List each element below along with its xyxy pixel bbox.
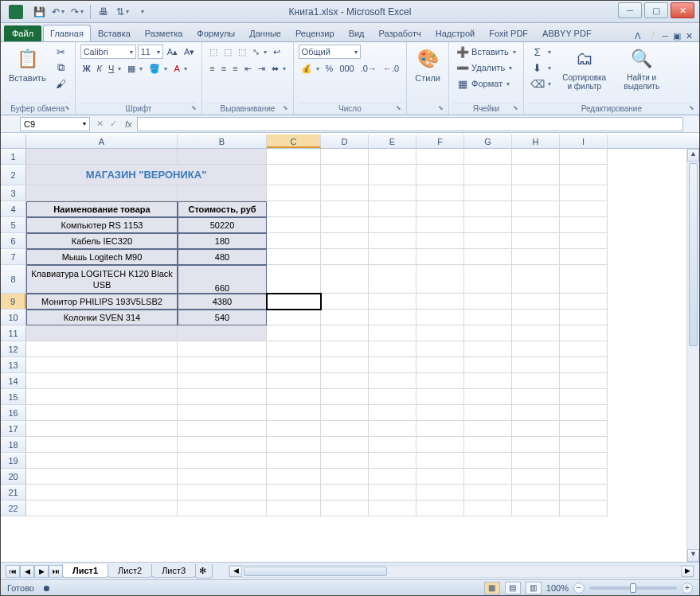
align-bottom-button[interactable]: ⬚ xyxy=(236,45,248,59)
cell-D15[interactable] xyxy=(321,389,369,405)
maximize-button[interactable]: ▢ xyxy=(644,2,668,18)
tab-abbyy[interactable]: ABBYY PDF xyxy=(535,25,599,41)
cell-I4[interactable] xyxy=(560,201,608,217)
cell-A18[interactable] xyxy=(26,437,178,453)
cell-B18[interactable] xyxy=(178,437,267,453)
orientation-button[interactable]: ⤡ xyxy=(250,45,269,59)
cell-C5[interactable] xyxy=(267,217,321,233)
cell-I19[interactable] xyxy=(560,453,608,469)
cell-B19[interactable] xyxy=(178,453,267,469)
cell-C18[interactable] xyxy=(267,437,321,453)
bold-button[interactable]: Ж xyxy=(80,61,93,76)
col-header-I[interactable]: I xyxy=(560,134,608,148)
copy-button[interactable]: ⧉ xyxy=(53,60,70,75)
cell-E10[interactable] xyxy=(369,310,416,325)
close-button[interactable]: ✕ xyxy=(671,2,694,18)
cell-A9[interactable]: Монитор PHILIPS 193V5LSB2 xyxy=(26,294,178,310)
currency-button[interactable]: 💰 xyxy=(299,61,322,76)
col-header-D[interactable]: D xyxy=(321,134,369,148)
zoom-out-button[interactable]: − xyxy=(573,582,585,594)
cell-C19[interactable] xyxy=(267,453,321,469)
cell-I8[interactable] xyxy=(560,265,608,294)
cell-A4[interactable]: Наименование товара xyxy=(26,201,178,217)
cell-G17[interactable] xyxy=(464,421,512,437)
page-break-view-button[interactable]: ▥ xyxy=(526,582,542,594)
cell-E16[interactable] xyxy=(369,405,416,421)
cell-E8[interactable] xyxy=(369,265,416,294)
cell-E14[interactable] xyxy=(369,373,416,389)
vscroll-thumb[interactable] xyxy=(689,163,698,346)
cell-D4[interactable] xyxy=(321,201,369,217)
cell-H12[interactable] xyxy=(512,341,560,357)
row-header-2[interactable]: 2 xyxy=(1,165,26,185)
save-button[interactable]: 💾 xyxy=(31,4,47,20)
cell-G8[interactable] xyxy=(464,265,512,294)
cell-A1[interactable] xyxy=(26,149,178,165)
row-header-8[interactable]: 8 xyxy=(1,265,26,294)
scroll-down-button[interactable]: ▼ xyxy=(687,549,699,562)
row-header-19[interactable]: 19 xyxy=(1,453,26,469)
cell-I9[interactable] xyxy=(560,294,608,310)
increase-font-button[interactable]: A▴ xyxy=(165,45,180,59)
zoom-slider[interactable] xyxy=(589,586,677,590)
scroll-up-button[interactable]: ▲ xyxy=(687,149,699,162)
cell-A11[interactable] xyxy=(26,325,178,341)
tab-data[interactable]: Данные xyxy=(242,25,288,41)
normal-view-button[interactable]: ▦ xyxy=(484,582,500,594)
cell-A19[interactable] xyxy=(26,453,178,469)
cell-H13[interactable] xyxy=(512,357,560,373)
cell-C11[interactable] xyxy=(267,325,321,341)
cell-C16[interactable] xyxy=(267,405,321,421)
cell-B6[interactable]: 180 xyxy=(178,233,267,249)
sheet-tab-3[interactable]: Лист3 xyxy=(151,564,196,578)
row-header-14[interactable]: 14 xyxy=(1,373,26,389)
tab-developer[interactable]: Разработч xyxy=(372,25,428,41)
cell-B10[interactable]: 540 xyxy=(178,310,267,325)
cell-I21[interactable] xyxy=(560,485,608,501)
cell-D18[interactable] xyxy=(321,437,369,453)
cell-E11[interactable] xyxy=(369,325,416,341)
cell-F19[interactable] xyxy=(416,453,464,469)
cell-I12[interactable] xyxy=(560,341,608,357)
cell-E12[interactable] xyxy=(369,341,416,357)
minimize-ribbon-button[interactable]: ᐱ xyxy=(635,31,641,41)
cell-G20[interactable] xyxy=(464,469,512,485)
sheet-tab-1[interactable]: Лист1 xyxy=(62,564,108,578)
cell-B9[interactable]: 4380 xyxy=(178,294,267,310)
cell-F2[interactable] xyxy=(416,165,464,185)
format-painter-button[interactable]: 🖌 xyxy=(53,76,70,91)
cell-F20[interactable] xyxy=(416,469,464,485)
macro-record-button[interactable]: ⏺ xyxy=(42,583,51,593)
cell-A22[interactable] xyxy=(26,501,178,516)
cell-B22[interactable] xyxy=(178,501,267,516)
cell-F14[interactable] xyxy=(416,373,464,389)
last-sheet-button[interactable]: ⏭ xyxy=(49,565,63,578)
cell-B5[interactable]: 50220 xyxy=(178,217,267,233)
tab-insert[interactable]: Вставка xyxy=(91,25,138,41)
cell-H21[interactable] xyxy=(512,485,560,501)
tab-formulas[interactable]: Формулы xyxy=(190,25,242,41)
cell-C6[interactable] xyxy=(267,233,321,249)
cell-B14[interactable] xyxy=(178,373,267,389)
cell-E5[interactable] xyxy=(369,217,416,233)
cell-E6[interactable] xyxy=(369,233,416,249)
col-header-C[interactable]: C xyxy=(267,134,321,148)
cell-D17[interactable] xyxy=(321,421,369,437)
cell-B3[interactable] xyxy=(178,185,267,201)
cell-E13[interactable] xyxy=(369,357,416,373)
cell-C4[interactable] xyxy=(267,201,321,217)
cell-E19[interactable] xyxy=(369,453,416,469)
cell-I10[interactable] xyxy=(560,310,608,325)
cell-D21[interactable] xyxy=(321,485,369,501)
cell-I16[interactable] xyxy=(560,405,608,421)
vertical-scrollbar[interactable]: ▲ ▼ xyxy=(686,149,699,562)
cell-H19[interactable] xyxy=(512,453,560,469)
format-cells-button[interactable]: ▦Формат xyxy=(454,76,518,91)
cell-C14[interactable] xyxy=(267,373,321,389)
cell-D8[interactable] xyxy=(321,265,369,294)
help-button[interactable]: ❔ xyxy=(646,31,657,41)
minimize-button[interactable]: ─ xyxy=(618,2,642,18)
cell-B17[interactable] xyxy=(178,421,267,437)
zoom-in-button[interactable]: + xyxy=(682,582,693,594)
sort-filter-button[interactable]: 🗂 Сортировка и фильтр xyxy=(557,45,612,92)
